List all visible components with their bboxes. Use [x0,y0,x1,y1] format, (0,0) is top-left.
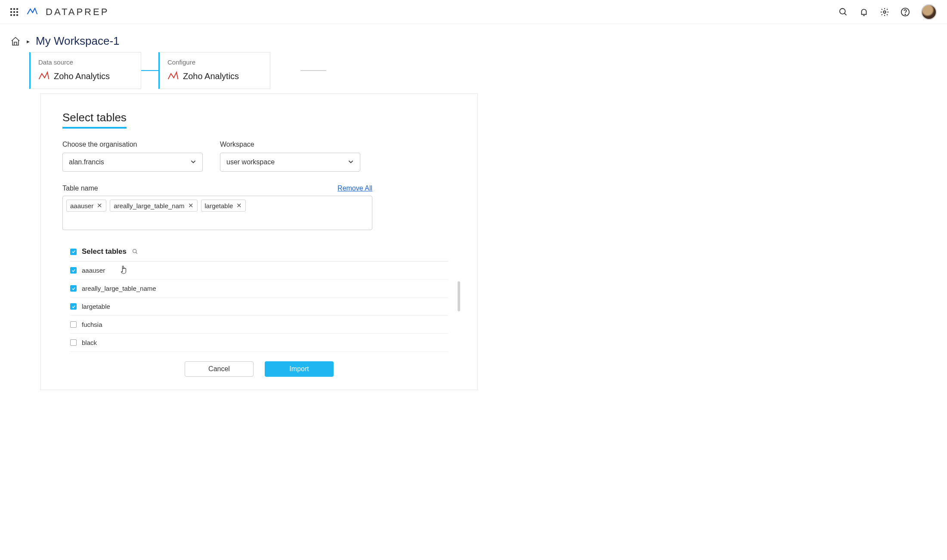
step-connector [141,70,158,71]
table-name: aaauser [82,267,105,274]
chip: largetable ✕ [201,200,246,212]
table-checkbox[interactable] [70,321,77,328]
svg-rect-0 [10,8,12,10]
tablename-label: Table name [62,185,98,192]
avatar[interactable] [921,4,937,20]
svg-rect-3 [10,11,12,13]
table-name: fuchsia [82,321,102,328]
svg-rect-7 [13,14,15,16]
steps-row: Data source Zoho Analytics Configure Zoh… [0,52,947,93]
breadcrumb-separator-icon: ▸ [27,38,30,45]
svg-rect-4 [13,11,15,13]
chip-label: aaauser [70,202,93,209]
chip-remove-icon[interactable]: ✕ [236,202,242,209]
table-checkbox[interactable] [70,339,77,346]
tables-list: aaauser areally_large_table_name largeta… [70,262,448,352]
organisation-select[interactable]: alan.francis [62,153,203,172]
breadcrumb: ▸ My Workspace-1 [0,24,947,52]
svg-rect-1 [13,8,15,10]
breadcrumb-workspace[interactable]: My Workspace-1 [36,34,120,48]
import-button[interactable]: Import [265,361,334,377]
step-connector-placeholder [300,70,326,71]
table-checkbox[interactable] [70,267,77,274]
zoho-analytics-icon [38,70,50,83]
step-label: Data source [38,58,133,66]
table-row[interactable]: largetable [70,298,448,316]
cursor-pointer-icon [120,265,128,276]
cancel-button[interactable]: Cancel [185,361,254,377]
table-name: largetable [82,303,110,310]
chip: aaauser ✕ [66,200,106,212]
remove-all-link[interactable]: Remove All [337,185,372,192]
svg-rect-2 [16,8,18,10]
config-panel: Select tables Choose the organisation al… [40,93,478,390]
table-checkbox[interactable] [70,303,77,310]
home-icon[interactable] [10,36,21,46]
table-name: areally_large_table_name [82,285,156,292]
panel-title: Select tables [62,111,127,129]
workspace-value: user workspace [226,158,275,166]
organisation-value: alan.francis [69,158,104,166]
topbar: DATAPREP [0,0,947,24]
svg-line-15 [136,252,137,253]
chip: areally_large_table_nam ✕ [110,200,197,212]
step-label: Configure [167,58,262,66]
table-row[interactable]: black [70,334,448,352]
step-card-datasource[interactable]: Data source Zoho Analytics [29,52,141,89]
bell-icon[interactable] [859,7,869,17]
chip-label: areally_large_table_nam [114,202,184,209]
table-name: black [82,339,97,346]
svg-rect-8 [16,14,18,16]
table-row[interactable]: aaauser [70,262,448,280]
chip-label: largetable [205,202,233,209]
search-icon[interactable] [132,248,139,255]
chevron-down-icon [190,159,196,166]
help-icon[interactable] [901,7,910,17]
gear-icon[interactable] [880,7,889,17]
tablename-chips-box[interactable]: aaauser ✕ areally_large_table_nam ✕ larg… [62,196,372,230]
apps-grid-icon[interactable] [10,8,18,16]
brand-text: DATAPREP [46,6,109,18]
chip-remove-icon[interactable]: ✕ [97,202,102,209]
topbar-left: DATAPREP [10,5,109,18]
select-all-checkbox[interactable] [70,249,77,255]
list-header-label: Select tables [82,247,127,256]
step-name: Zoho Analytics [54,71,110,81]
svg-point-13 [905,14,905,14]
workspace-select[interactable]: user workspace [220,153,360,172]
topbar-right [839,4,937,20]
zoho-analytics-icon [167,70,179,83]
table-row[interactable]: fuchsia [70,316,448,334]
svg-rect-6 [10,14,12,16]
search-icon[interactable] [839,7,848,17]
table-checkbox[interactable] [70,285,77,292]
chip-remove-icon[interactable]: ✕ [188,202,194,209]
chevron-down-icon [348,159,354,166]
svg-line-10 [845,13,847,15]
table-row[interactable]: areally_large_table_name [70,280,448,298]
svg-point-11 [883,11,886,13]
scrollbar[interactable] [458,281,460,311]
workspace-label: Workspace [220,141,360,148]
svg-point-9 [840,8,845,14]
step-card-configure[interactable]: Configure Zoho Analytics [158,52,270,89]
organisation-label: Choose the organisation [62,141,203,148]
step-name: Zoho Analytics [183,71,239,81]
brand-icon [26,5,38,18]
svg-rect-5 [16,11,18,13]
